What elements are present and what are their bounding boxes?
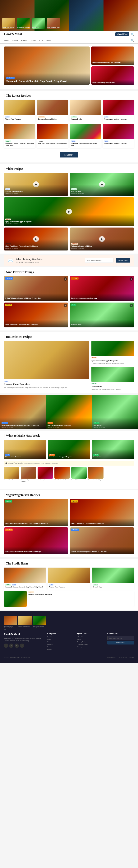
- footer-mini-card-1[interactable]: Homemade Oatmeal Chocolate Chip Cookie C…: [4, 616, 17, 630]
- nav-bakery[interactable]: Bakery: [21, 39, 27, 41]
- nav-chicken[interactable]: Chicken: [30, 39, 36, 41]
- studio-title-1: Homemade Oatmeal Chocolate Chip Cookie C…: [5, 586, 45, 588]
- video-card-5[interactable]: ▶ CHICKEN Taiwanese Popcorn Chicken June…: [70, 227, 134, 250]
- footer-pinterest-icon[interactable]: p: [20, 644, 24, 648]
- footer-twitter-icon[interactable]: t: [9, 644, 13, 648]
- what-card-2[interactable]: DRINK Spicy Serrano Pineapple Margarita: [48, 440, 90, 459]
- video-card-4[interactable]: ▶ CHEESE Sheet Pan Cheese Poblano Corn E…: [4, 227, 68, 250]
- video-play-icon-3[interactable]: ▶: [66, 209, 72, 215]
- featured-side-card-2[interactable]: Fresh summer raspberry icecream: [91, 66, 134, 85]
- vegan-title: Vegan/Vegetarian Recipes: [4, 493, 134, 497]
- hero-card-3[interactable]: Broccoli Slaw: [32, 18, 45, 29]
- recipe-card-6[interactable]: CHEESE Sheet Pan Cheese Poblano Corn Enc…: [37, 124, 68, 148]
- footer-cat-link-6[interactable]: Chicken: [47, 649, 74, 650]
- footer-facebook-icon[interactable]: f: [4, 644, 8, 648]
- recipe-card-8[interactable]: EASY Fresh summer raspberry icecream: [103, 124, 134, 148]
- footer-bottom-link-2[interactable]: Terms of Use: [119, 656, 127, 658]
- nav-features[interactable]: Features: [11, 39, 18, 41]
- newsletter-icon: ✉️: [8, 258, 13, 263]
- hero-card-4[interactable]: Sheet Pan Cheese Chicken: [47, 18, 60, 29]
- fav-card-1[interactable]: CHICKEN 1 5-Star Taiwanese Popcorn Chick…: [4, 276, 68, 301]
- vegan-badge-1: BAKING: [5, 500, 12, 502]
- fav-badge-2: DESSERT: [71, 277, 79, 280]
- footer-quick-link-1[interactable]: About Us: [77, 636, 104, 638]
- video-card-3[interactable]: ▶ DRINK Spicy Serrano Pineapple Margarit…: [4, 197, 134, 226]
- what-card-3[interactable]: SALAD Broccoli Slaw: [92, 440, 134, 459]
- video-card-1[interactable]: ▶ EASY Almond Flour Pancakes June 2023 ·…: [4, 173, 68, 196]
- strip-card-1[interactable]: Almond Flour Pancakes: [4, 467, 19, 483]
- what-strip-label: 🎥 Almond Flour Pancakes Chocolate Chip C…: [4, 461, 134, 466]
- hero-card-1[interactable]: Almond Flour Pancakes: [2, 18, 15, 29]
- what-title-1: Almond Flour Pancakes: [5, 456, 45, 458]
- load-more-button[interactable]: Load More: [60, 152, 78, 157]
- featured-main-card[interactable]: FEATURED Homemade Oatmeal Chocolate Chip…: [4, 46, 90, 85]
- recipe-card-2[interactable]: CHICKEN Taiwanese Popcorn Chicken: [37, 100, 68, 122]
- footer-cat-link-4[interactable]: Desserts: [47, 644, 74, 645]
- footer-bottom-link-3[interactable]: Sitemap: [129, 656, 134, 658]
- banner-col-1[interactable]: BAKING Homemade Oatmeal Chocolate Chip C…: [0, 395, 46, 429]
- footer-email-input[interactable]: [107, 636, 134, 640]
- recipe-card-5[interactable]: BAKING Homemade Oatmeal Chocolate Chip C…: [4, 124, 35, 148]
- nine-favorites-section: Nine Favorite Things CHICKEN 1 5-Star Ta…: [0, 267, 138, 331]
- banner-col-2[interactable]: DRINK Spicy Serrano Pineapple Margarita …: [46, 395, 92, 429]
- footer-bottom-link-1[interactable]: Privacy Policy: [107, 656, 116, 658]
- studio-card-4[interactable]: DRINK Spicy Serrano Pineapple Margarita: [4, 591, 134, 607]
- nav-chat[interactable]: Chat: [39, 39, 43, 41]
- hero-section: Almond Flour Pancakes Spicy Serrano Marg…: [0, 0, 138, 31]
- what-card-1[interactable]: EASY Almond Flour Pancakes: [4, 440, 46, 459]
- chicken-sidebar-item-2[interactable]: SALAD Broccoli Slaw Crunchy and fresh br…: [91, 367, 134, 391]
- strip-card-6[interactable]: Oatmeal Cookie Crisp: [88, 467, 104, 483]
- footer-mini-card-3[interactable]: Spicy Serrano Pineapple Margarita: [33, 616, 46, 630]
- recipe-card-1[interactable]: EASY Almond Flour Pancakes: [4, 100, 35, 122]
- newsletter-subscribe-button[interactable]: SUBSCRIBE: [116, 258, 130, 262]
- site-logo[interactable]: Cook&Meal: [4, 32, 22, 36]
- footer-quick-link-4[interactable]: Terms of Service: [77, 644, 104, 645]
- chicken-main-badge: EASY: [4, 381, 8, 382]
- fav-card-4[interactable]: EASY 4 Broccoli Slaw: [70, 303, 134, 328]
- footer-cat-link-1[interactable]: Breakfast: [47, 636, 74, 638]
- footer-quick-link-2[interactable]: Contact: [77, 639, 104, 640]
- newsletter-email-input[interactable]: [85, 258, 113, 263]
- nav-about[interactable]: About: [46, 39, 51, 41]
- strip-card-3[interactable]: Raspberry Icecream: [37, 467, 53, 483]
- vegan-card-4[interactable]: CHICKEN 5-Star Taiwanese Popcorn Chicken…: [70, 527, 134, 554]
- nav-home[interactable]: Home: [4, 39, 8, 41]
- footer-bottom-links: Privacy Policy Terms of Use Sitemap: [107, 656, 134, 658]
- footer-mini-card-2[interactable]: Almond Flour Pancakes: [19, 616, 32, 630]
- footer-cat-link-3[interactable]: Dinner: [47, 641, 74, 643]
- fav-card-3[interactable]: CHEESE 3 Sheet Pan Cheese Poblano Corn E…: [4, 303, 68, 328]
- strip-card-4[interactable]: Sheet Pan Enchiladas: [54, 467, 70, 483]
- recipe-badge-6: CHEESE: [38, 141, 44, 142]
- video-card-2[interactable]: ▶ SALAD Broccoli Slaw June 2023 · 10 min…: [70, 173, 134, 196]
- footer-instagram-icon[interactable]: in: [15, 644, 19, 648]
- header-search-button[interactable]: 🔍: [131, 33, 134, 36]
- featured-side-card-1[interactable]: Sheet Pan Cheese Poblano Corn Enchiladas: [91, 46, 134, 65]
- footer-subscribe-button[interactable]: SUBSCRIBE: [107, 641, 134, 645]
- chicken-sidebar-title-2: Broccoli Slaw: [91, 385, 134, 388]
- footer-brand: Cook&Meal A food blog with simple everyd…: [4, 632, 44, 651]
- footer-quick-link-3[interactable]: Privacy Policy: [77, 641, 104, 643]
- footer-cat-link-5[interactable]: Drinks: [47, 646, 74, 648]
- vegan-card-3[interactable]: DESSERT Fresh summer raspberry icecream …: [4, 527, 68, 554]
- banner-title-3: Broccoli Slaw: [93, 425, 136, 426]
- studio-card-3[interactable]: SALAD Broccoli Slaw: [92, 567, 134, 590]
- vegan-card-1[interactable]: BAKING Homemade Oatmeal Chocolate Chip C…: [4, 499, 68, 526]
- hero-card-2[interactable]: Spicy Serrano Margarita: [17, 18, 30, 29]
- recipe-card-4[interactable]: EASY Fresh summer raspberry icecream: [103, 100, 134, 122]
- fav-card-2[interactable]: DESSERT 2 Fresh summer raspberry icecrea…: [70, 276, 134, 301]
- banner-col-3[interactable]: SALAD Broccoli Slaw June 2023 · 12 min r…: [92, 395, 138, 429]
- nav-search-icon[interactable]: 🔍: [130, 39, 134, 42]
- chicken-sidebar-item-1[interactable]: DRINK Spicy Serrano Pineapple Margarita …: [91, 341, 134, 365]
- vegan-section: Vegan/Vegetarian Recipes BAKING Homemade…: [0, 490, 138, 557]
- footer-cat-link-2[interactable]: Lunch: [47, 639, 74, 640]
- vegan-card-2[interactable]: CHEESE Sheet Pan Cheese Poblano Corn Enc…: [70, 499, 134, 526]
- recipe-card-7[interactable]: EASY Homemade cake and veggie salad reci…: [70, 124, 101, 148]
- recipe-badge-8: EASY: [104, 141, 109, 142]
- studio-card-2[interactable]: EASY Almond Flour Pancakes: [48, 567, 90, 590]
- studio-card-1[interactable]: BAKING EASY Homemade Oatmeal Chocolate C…: [4, 567, 46, 590]
- recipe-card-3[interactable]: BAKING Homemade cake: [70, 100, 101, 122]
- strip-card-2[interactable]: Taiwanese Popcorn Chicken: [21, 467, 36, 483]
- footer-quick-link-5[interactable]: Sitemap: [77, 646, 104, 648]
- footer-categories-title: Categories: [47, 632, 74, 634]
- strip-card-5[interactable]: Broccoli Slaw: [71, 467, 87, 483]
